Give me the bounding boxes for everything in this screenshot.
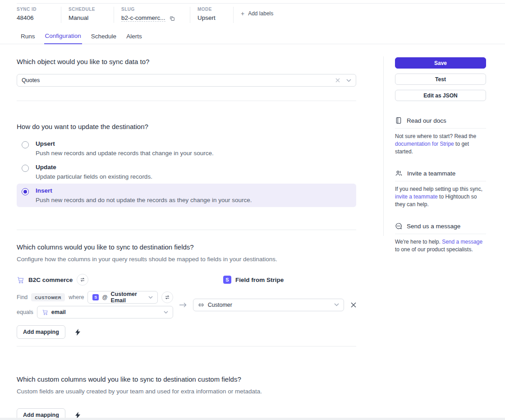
meta-label: SLUG [121, 7, 183, 12]
invite-link[interactable]: invite a teammate [395, 194, 438, 200]
copy-slug-button[interactable] [169, 15, 175, 21]
destination-field-label: Field from Stripe [235, 277, 284, 283]
mode-value: Upsert [197, 14, 226, 21]
tab-runs[interactable]: Runs [20, 32, 36, 44]
message-title: Send us a message [407, 223, 460, 230]
action-sidebar: Save Test Edit as JSON Read our docs Not… [395, 57, 486, 254]
sync-id-value: 48406 [17, 14, 54, 21]
radio-option-insert[interactable]: Insert Push new records and do not updat… [17, 184, 356, 207]
side-divider [395, 181, 486, 181]
radio-option-upsert[interactable]: Upsert Push new records and update recor… [17, 137, 356, 160]
invite-text-before: If you need help setting up this sync, [395, 186, 482, 192]
arrow-right-icon [179, 302, 187, 308]
tab-bar: Runs Configuration Schedule Alerts [0, 32, 505, 44]
radio-label: Update [36, 164, 152, 171]
object-select[interactable]: Quotes [17, 74, 356, 87]
message-text-before: We're here to help. [395, 239, 442, 245]
radio-icon[interactable] [22, 141, 29, 148]
meta-mode: MODE Upsert [197, 7, 226, 21]
radio-label: Insert [36, 187, 252, 194]
where-field-select[interactable]: S @ Customer Email [87, 291, 157, 304]
plus-icon: + [241, 10, 244, 17]
mode-radio-group: Upsert Push new records and update recor… [17, 137, 356, 207]
meta-label: SCHEDULE [69, 7, 106, 12]
destination-field-select[interactable]: Customer [193, 299, 344, 311]
sync-meta-header: SYNC ID 48406 SCHEDULE Manual SLUG b2-c-… [17, 7, 273, 23]
remove-mapping-button[interactable] [351, 302, 356, 308]
docs-section: Read our docs Not sure where to start? R… [395, 117, 486, 156]
radio-icon-selected[interactable] [22, 188, 29, 195]
slug-value[interactable]: b2-c-commerc... [121, 14, 165, 22]
message-text: We're here to help. Send a message to on… [395, 238, 486, 254]
configuration-form: Which object would you like to sync data… [17, 50, 356, 420]
find-label: Find [17, 294, 28, 300]
add-mapping-button[interactable]: Add mapping [17, 325, 65, 339]
meta-divider [233, 7, 234, 23]
chevron-down-icon[interactable] [346, 79, 351, 82]
invite-heading: Invite a teammate [395, 170, 486, 177]
swap-match-button[interactable] [161, 291, 173, 303]
swap-source-button[interactable] [77, 274, 88, 286]
page-bottom-edge [0, 418, 505, 420]
invite-text: If you need help setting up this sync, i… [395, 185, 486, 208]
equals-column-select[interactable]: email [37, 306, 173, 318]
chevron-down-icon [148, 296, 153, 299]
meta-label: MODE [197, 7, 226, 12]
stripe-icon: S [223, 276, 231, 284]
destination-field-value: Customer [208, 302, 232, 308]
radio-option-update[interactable]: Update Update particular fields on exist… [17, 160, 356, 184]
meta-divider [190, 7, 190, 23]
mapping-column-headers: B2C commerce S Field from Stripe [17, 274, 356, 286]
cart-icon [17, 276, 24, 284]
swap-icon [165, 295, 170, 300]
radio-description: Push new records and update records that… [36, 150, 214, 157]
custom-columns-subtitle: Custom fields are usually created by you… [17, 388, 356, 395]
object-select-value: Quotes [22, 77, 40, 83]
side-divider [395, 234, 486, 234]
invite-title: Invite a teammate [407, 170, 455, 177]
message-heading: Send us a message [395, 222, 486, 230]
where-field-value: Customer Email [111, 291, 145, 304]
docs-text-before: Not sure where to start? Read the [395, 133, 476, 139]
lightning-icon[interactable] [75, 329, 80, 336]
invite-section: Invite a teammate If you need help setti… [395, 170, 486, 208]
columns-subtitle: Configure how the columns in your query … [17, 256, 356, 263]
radio-description: Push new records and do not update the r… [36, 197, 252, 203]
book-icon [395, 117, 402, 124]
message-link[interactable]: Send a message [442, 239, 482, 245]
side-divider [395, 128, 486, 129]
chat-icon [395, 222, 402, 230]
edit-as-json-button[interactable]: Edit as JSON [395, 90, 486, 101]
where-label: where [69, 294, 84, 300]
stripe-icon: S [92, 294, 99, 300]
radio-label: Upsert [36, 140, 214, 147]
at-symbol: @ [102, 294, 107, 300]
section-divider [17, 230, 356, 230]
custom-columns-question: Which custom columns would you like to s… [17, 375, 356, 383]
test-button[interactable]: Test [395, 74, 486, 85]
sync-configuration-page: SYNC ID 48406 SCHEDULE Manual SLUG b2-c-… [0, 0, 505, 420]
source-model-label: B2C commerce [28, 277, 73, 283]
copy-icon [169, 15, 175, 21]
destination-column-header: S Field from Stripe [223, 276, 284, 284]
tab-schedule[interactable]: Schedule [90, 32, 117, 44]
tab-alerts[interactable]: Alerts [125, 32, 143, 44]
cart-icon [42, 309, 48, 315]
meta-schedule: SCHEDULE Manual [69, 7, 106, 21]
tab-configuration[interactable]: Configuration [44, 32, 82, 44]
chevron-down-icon [334, 303, 339, 306]
clear-icon[interactable] [335, 78, 340, 83]
mapping-find-line: Find CUSTOMER where S @ Customer Email [17, 291, 173, 304]
mode-question: How do you want to update the destinatio… [17, 123, 356, 130]
radio-icon[interactable] [22, 165, 29, 172]
save-button[interactable]: Save [395, 57, 486, 69]
source-column-header: B2C commerce [17, 274, 223, 286]
mapping-equals-line: equals email [17, 306, 173, 318]
meta-sync-id: SYNC ID 48406 [17, 7, 54, 21]
section-divider [17, 101, 356, 101]
add-labels-button[interactable]: + Add labels [241, 10, 273, 17]
add-mapping-controls: Add mapping [17, 325, 356, 339]
mapping-source-side: Find CUSTOMER where S @ Customer Email [17, 291, 173, 318]
people-icon [395, 170, 403, 177]
docs-link[interactable]: documentation for Stripe [395, 141, 454, 147]
